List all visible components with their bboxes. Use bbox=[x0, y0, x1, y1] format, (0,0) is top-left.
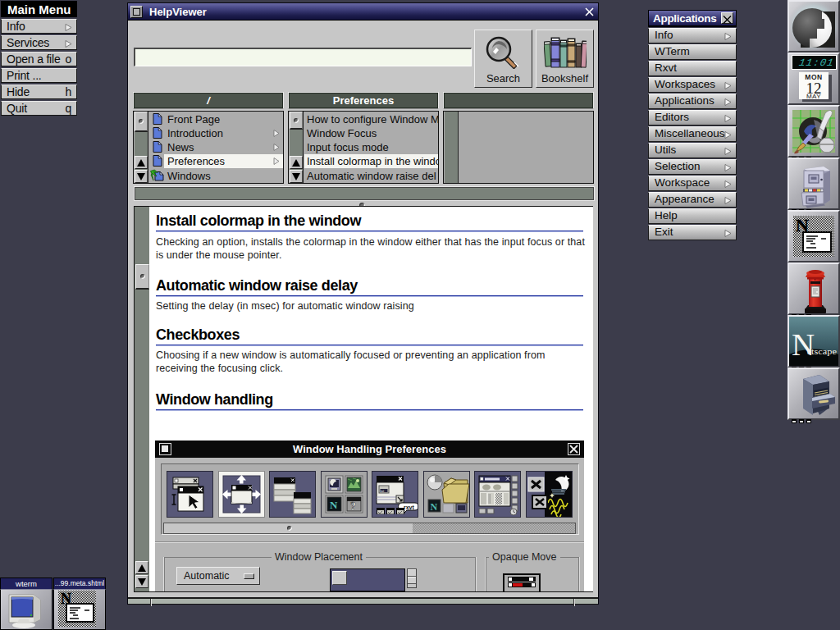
svg-text:N: N bbox=[431, 501, 438, 513]
svg-text:11:01: 11:01 bbox=[798, 58, 835, 70]
svg-text:?: ? bbox=[350, 500, 356, 513]
svg-text:N: N bbox=[330, 499, 338, 511]
svg-text:rxvt: rxvt bbox=[404, 504, 415, 510]
svg-text:MAY: MAY bbox=[806, 93, 821, 100]
svg-text:etscape: etscape bbox=[807, 347, 837, 357]
svg-text:N: N bbox=[792, 327, 815, 361]
